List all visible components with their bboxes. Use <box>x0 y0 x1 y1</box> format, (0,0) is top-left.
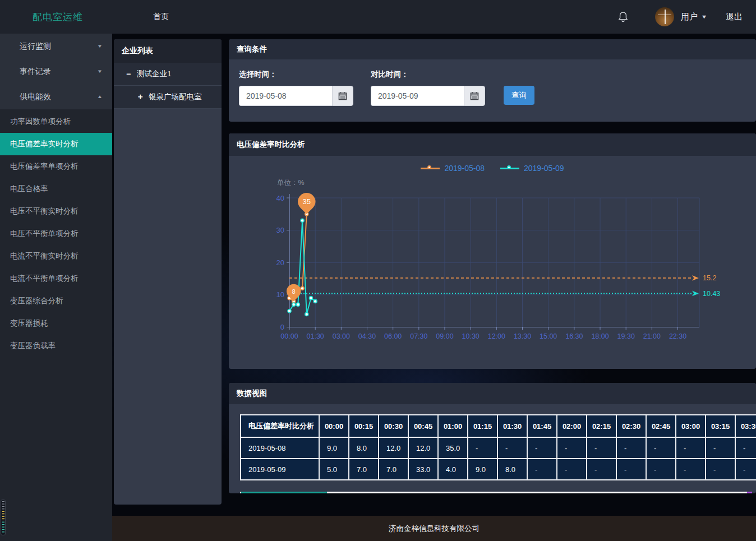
table-row-2019-05-09: 2019-05-095.07.07.033.04.09.08.0-------- <box>241 459 756 480</box>
cell-value: - <box>557 437 587 459</box>
enterprise-panel: 企业列表 −测试企业1＋银泉广场配电室 <box>114 39 222 505</box>
cell-value: - <box>497 437 527 459</box>
svg-text:10: 10 <box>276 290 284 299</box>
select-time-label: 选择时间： <box>239 70 353 80</box>
search-button[interactable]: 查询 <box>504 86 534 105</box>
chevron-down-icon: ▼ <box>701 14 708 20</box>
svg-text:16:30: 16:30 <box>565 332 583 340</box>
table-col-02:00: 02:00 <box>557 415 587 437</box>
sidebar-item-变压器综合分析[interactable]: 变压器综合分析 <box>0 290 112 312</box>
sidebar-item-电流不平衡单项分析[interactable]: 电流不平衡单项分析 <box>0 267 112 290</box>
sidebar-item-电压不平衡实时分析[interactable]: 电压不平衡实时分析 <box>0 200 112 223</box>
expand-icon[interactable]: ＋ <box>136 92 144 102</box>
sidebar-item-电压偏差率单项分析[interactable]: 电压偏差率单项分析 <box>0 155 112 178</box>
svg-text:12:00: 12:00 <box>488 332 505 340</box>
legend-label: 2019-05-09 <box>524 164 564 173</box>
scrollbar-thumb[interactable] <box>241 492 327 493</box>
cell-value: - <box>557 459 587 480</box>
row-label: 2019-05-08 <box>241 437 319 459</box>
legend-label: 2019-05-08 <box>444 164 485 173</box>
company-name: 济南金梓信息科技有限公司 <box>389 524 480 534</box>
cell-value: - <box>616 459 646 480</box>
chart-legend: 2019-05-082019-05-09 <box>229 164 756 173</box>
cell-value: 8.0 <box>349 437 379 459</box>
data-table-wrap: 电压偏差率时比分析00:0000:1500:3000:4501:0001:150… <box>240 414 756 480</box>
cell-value: - <box>587 459 616 480</box>
cell-value: - <box>676 459 706 480</box>
compare-date-calendar-button[interactable] <box>464 86 485 106</box>
legend-item-2019-05-08[interactable]: 2019-05-08 <box>421 164 485 173</box>
svg-text:10.43: 10.43 <box>703 290 720 298</box>
sidebar-item-功率因数单项分析[interactable]: 功率因数单项分析 <box>0 110 112 133</box>
svg-text:10:30: 10:30 <box>462 332 480 340</box>
legend-item-2019-05-09[interactable]: 2019-05-09 <box>500 164 564 173</box>
select-date-calendar-button[interactable] <box>332 86 353 106</box>
sidebar-item-电压合格率[interactable]: 电压合格率 <box>0 178 112 200</box>
sidebar-item-电压不平衡单项分析[interactable]: 电压不平衡单项分析 <box>0 223 112 245</box>
user-menu[interactable]: 用户 ▼ <box>681 12 707 22</box>
table-col-00:30: 00:30 <box>379 415 408 437</box>
tree-node-label: 银泉广场配电室 <box>149 92 202 102</box>
cell-value: 12.0 <box>408 437 438 459</box>
cell-value: - <box>646 437 676 459</box>
tree-node-label: 测试企业1 <box>137 69 172 79</box>
table-col-00:15: 00:15 <box>349 415 379 437</box>
logout-link[interactable]: 退出 <box>726 12 743 22</box>
cell-value: 8.0 <box>497 459 527 480</box>
cell-value: - <box>616 437 646 459</box>
tree-node-测试企业1[interactable]: −测试企业1 <box>114 63 222 86</box>
legend-marker-icon <box>500 165 519 172</box>
table-corner-header: 电压偏差率时比分析 <box>241 415 319 437</box>
chart-panel: 电压偏差率时比分析 2019-05-082019-05-09 单位：%01020… <box>229 133 756 369</box>
data-view-panel: 数据视图 电压偏差率时比分析00:0000:1500:3000:4501:000… <box>229 383 756 493</box>
svg-text:20: 20 <box>276 258 284 267</box>
svg-text:03:00: 03:00 <box>333 332 350 340</box>
compare-time-label: 对比时间： <box>371 70 485 80</box>
compare-date-input[interactable] <box>371 86 464 106</box>
table-col-01:15: 01:15 <box>468 415 497 437</box>
voltage-deviation-chart: 单位：%01020304000:0001:3003:0004:3006:0007… <box>229 156 756 369</box>
sidebar-group-事件记录[interactable]: 事件记录▼ <box>0 59 112 84</box>
select-date-input[interactable] <box>239 86 332 106</box>
svg-text:单位：%: 单位：% <box>277 179 305 187</box>
svg-text:35: 35 <box>303 197 311 206</box>
table-col-01:45: 01:45 <box>527 415 557 437</box>
svg-text:01:30: 01:30 <box>307 332 324 340</box>
cell-value: - <box>527 437 557 459</box>
sidebar-group-label: 供电能效 <box>20 92 98 102</box>
collapse-icon[interactable]: − <box>125 70 132 78</box>
sidebar-item-电流不平衡实时分析[interactable]: 电流不平衡实时分析 <box>0 245 112 267</box>
sidebar-item-变压器损耗[interactable]: 变压器损耗 <box>0 312 112 335</box>
nav-home-link[interactable]: 首页 <box>153 12 169 22</box>
page-footer: 济南金梓信息科技有限公司 <box>112 516 756 541</box>
svg-text:0: 0 <box>280 323 284 331</box>
tree-node-银泉广场配电室[interactable]: ＋银泉广场配电室 <box>114 86 222 109</box>
sidebar-group-运行监测[interactable]: 运行监测▼ <box>0 34 112 59</box>
legend-marker-icon <box>421 165 440 172</box>
navbar-right: 用户 ▼ 退出 <box>618 7 756 26</box>
user-avatar[interactable] <box>655 7 674 26</box>
strip-teal-segment <box>2 521 4 534</box>
caret-down-icon: ▼ <box>97 44 103 49</box>
strip-gray-segment <box>2 501 4 511</box>
app-brand[interactable]: 配电室运维 <box>33 11 83 24</box>
cell-value: - <box>587 437 616 459</box>
table-col-00:45: 00:45 <box>408 415 438 437</box>
cell-value: 4.0 <box>438 459 468 480</box>
calendar-icon <box>338 91 347 100</box>
table-col-03:15: 03:15 <box>706 415 735 437</box>
svg-text:19:30: 19:30 <box>617 332 635 340</box>
sidebar-item-变压器负载率[interactable]: 变压器负载率 <box>0 335 112 357</box>
svg-text:09:00: 09:00 <box>436 332 453 340</box>
cell-value: - <box>676 437 706 459</box>
cell-value: - <box>735 459 756 480</box>
compare-time-group: 对比时间： <box>371 70 485 106</box>
sidebar-group-供电能效[interactable]: 供电能效▲ <box>0 84 112 109</box>
strip-yellow-segment <box>2 511 4 521</box>
svg-text:07:30: 07:30 <box>410 332 427 340</box>
table-col-01:00: 01:00 <box>438 415 468 437</box>
notification-bell-icon[interactable] <box>618 11 628 22</box>
user-menu-label: 用户 <box>681 12 698 22</box>
sidebar-item-电压偏差率实时分析[interactable]: 电压偏差率实时分析 <box>0 133 112 155</box>
table-col-02:30: 02:30 <box>616 415 646 437</box>
